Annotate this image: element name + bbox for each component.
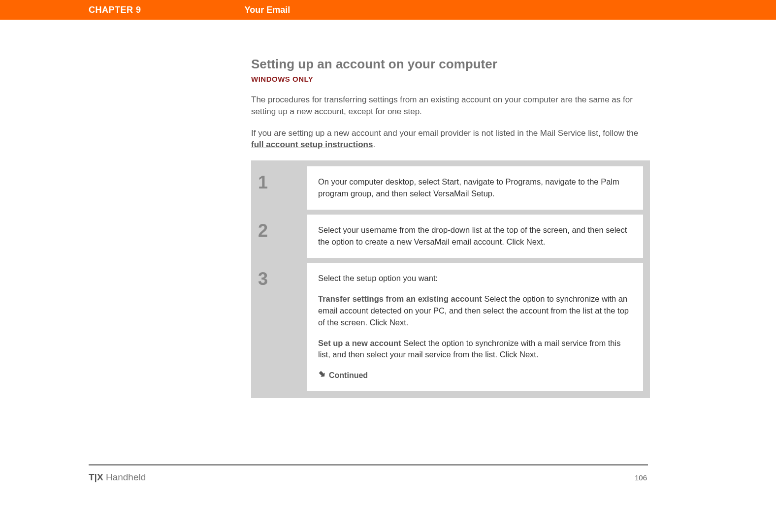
step-text: Select your username from the drop-down … xyxy=(318,225,627,246)
step-body: Select your username from the drop-down … xyxy=(307,215,643,258)
intro-paragraph-2-pre: If you are setting up a new account and … xyxy=(251,128,638,138)
step-body: On your computer desktop, select Start, … xyxy=(307,166,643,210)
step-number: 2 xyxy=(258,215,307,258)
step-row-2: 2 Select your username from the drop-dow… xyxy=(258,215,643,258)
intro-paragraph-2: If you are setting up a new account and … xyxy=(251,127,650,151)
footer-brand: T|X Handheld xyxy=(89,472,146,483)
continued-label: Continued xyxy=(329,370,368,381)
step-text: On your computer desktop, select Start, … xyxy=(318,177,619,198)
steps-container: 1 On your computer desktop, select Start… xyxy=(251,160,650,398)
footer-brand-bold: T|X xyxy=(89,472,103,482)
footer-divider xyxy=(89,464,648,466)
footer-brand-rest: Handheld xyxy=(103,472,146,482)
full-setup-link[interactable]: full account setup instructions xyxy=(251,140,373,149)
page-title: Setting up an account on your computer xyxy=(251,57,650,72)
page-number: 106 xyxy=(635,473,647,482)
option-1-lead: Transfer settings from an existing accou… xyxy=(318,294,482,303)
intro-paragraph-2-post: . xyxy=(373,140,375,149)
step-row-3: 3 Select the setup option you want: Tran… xyxy=(258,263,643,391)
continued-indicator: Continued xyxy=(318,370,632,381)
step-body: Select the setup option you want: Transf… xyxy=(307,263,643,391)
step-intro: Select the setup option you want: xyxy=(318,273,632,284)
option-2-lead: Set up a new account xyxy=(318,339,401,347)
section-label: Your Email xyxy=(245,5,291,15)
footer-row: T|X Handheld 106 xyxy=(89,472,776,483)
step-number: 3 xyxy=(258,263,307,391)
main-content: Setting up an account on your computer W… xyxy=(251,57,650,398)
intro-paragraph-1: The procedures for transferring settings… xyxy=(251,94,650,118)
step-row-1: 1 On your computer desktop, select Start… xyxy=(258,166,643,210)
step-option-2: Set up a new account Select the option t… xyxy=(318,338,632,361)
chapter-label: CHAPTER 9 xyxy=(89,5,141,15)
step-option-1: Transfer settings from an existing accou… xyxy=(318,293,632,329)
arrow-down-right-icon xyxy=(318,370,326,381)
step-number: 1 xyxy=(258,166,307,210)
header-bar: CHAPTER 9 Your Email xyxy=(0,0,776,20)
subtitle: WINDOWS ONLY xyxy=(251,75,650,83)
footer: T|X Handheld 106 xyxy=(89,464,776,483)
